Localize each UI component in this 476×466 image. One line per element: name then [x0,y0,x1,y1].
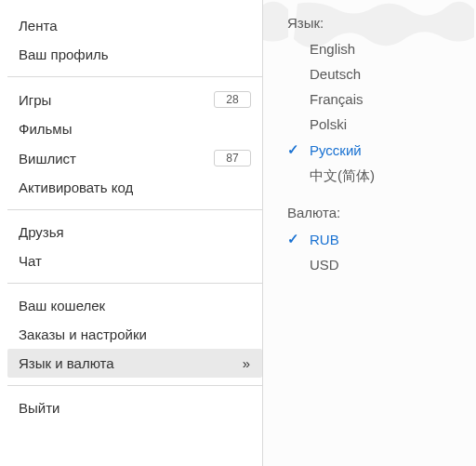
sidebar-item-label: Вишлист [19,151,76,166]
language-option-ru[interactable]: ✓Русский [263,137,476,163]
option-label: English [310,41,355,57]
sidebar-item-label: Ваш профиль [19,47,109,62]
sidebar-item-wishlist[interactable]: Вишлист87 [7,143,262,173]
option-label: USD [310,257,339,273]
sidebar-item-label: Выйти [19,400,60,416]
option-label: 中文(简体) [310,167,375,185]
sidebar-item-label: Друзья [19,224,64,240]
check-icon: ✓ [287,231,310,247]
sidebar-item-label: Фильмы [19,121,72,137]
language-title: Язык: [263,15,476,36]
sidebar-item-label: Лента [19,18,58,33]
sidebar-item-label: Игры [19,92,51,108]
currency-option-rub[interactable]: ✓RUB [263,226,476,252]
currency-title: Валюта: [263,205,476,226]
currency-option-usd[interactable]: USD [263,252,476,277]
sidebar-item-label: Ваш кошелек [19,298,105,313]
sidebar-item-label: Язык и валюта [19,355,114,371]
sidebar-item-label: Заказы и настройки [19,326,147,342]
language-option-fr[interactable]: Français [263,87,476,112]
language-option-pl[interactable]: Polski [263,112,476,137]
language-section: Язык:EnglishDeutschFrançaisPolski✓Русски… [263,11,476,201]
sidebar-item-profile[interactable]: Ваш профиль [7,40,262,69]
sidebar-item-label: Чат [19,253,42,269]
count-badge: 87 [214,150,251,166]
language-option-de[interactable]: Deutsch [263,61,476,87]
sidebar-item-orders[interactable]: Заказы и настройки [7,320,262,349]
language-option-zh[interactable]: 中文(简体) [263,163,476,190]
sidebar-item-label: Активировать код [19,180,133,195]
divider [7,283,262,284]
lang-currency-panel: Язык:EnglishDeutschFrançaisPolski✓Русски… [263,0,476,466]
sidebar-item-wallet[interactable]: Ваш кошелек [7,291,262,320]
option-label: Français [310,91,364,107]
check-icon: ✓ [287,141,310,158]
chevron-right-icon: » [243,355,251,371]
count-badge: 28 [214,91,251,108]
divider [7,76,262,77]
sidebar-item-friends[interactable]: Друзья [7,218,262,246]
sidebar-item-chat[interactable]: Чат [7,246,262,275]
option-label: Polski [310,116,347,132]
sidebar-item-logout[interactable]: Выйти [7,393,262,422]
sidebar-item-feed[interactable]: Лента [7,11,262,40]
sidebar-item-lang-currency[interactable]: Язык и валюта» [7,349,262,378]
sidebar-item-games[interactable]: Игры28 [7,85,262,114]
currency-section: Валюта:✓RUBUSD [263,201,476,288]
sidebar-item-movies[interactable]: Фильмы [7,114,262,143]
option-label: Русский [310,142,362,158]
option-label: RUB [310,232,339,247]
sidebar-menu: ЛентаВаш профильИгры28ФильмыВишлист87Акт… [0,0,263,466]
option-label: Deutsch [310,66,361,82]
divider [7,385,262,386]
sidebar-item-redeem[interactable]: Активировать код [7,173,262,202]
language-option-en[interactable]: English [263,36,476,61]
divider [7,209,262,210]
